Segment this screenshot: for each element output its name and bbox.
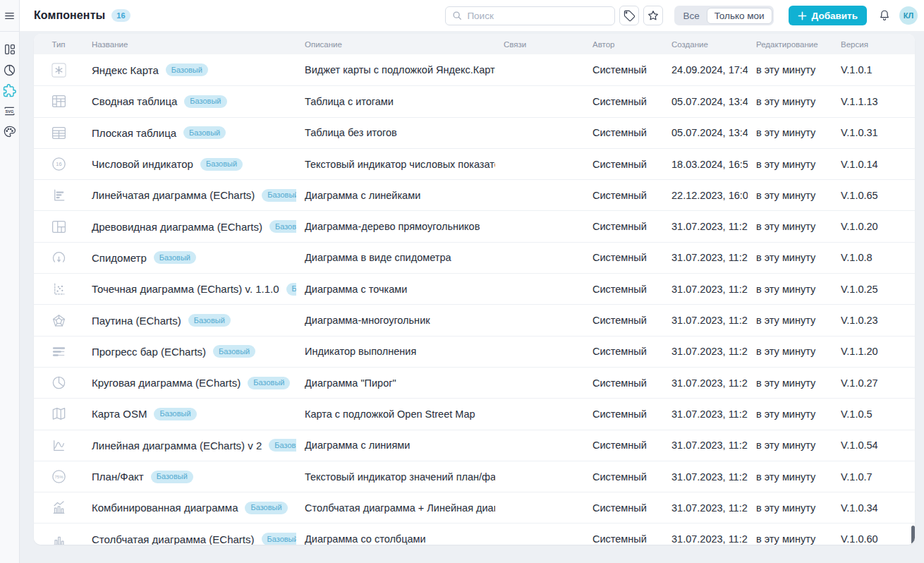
component-version: V.1.0.20 [832, 221, 915, 232]
column-header-links[interactable]: Связи [495, 40, 584, 49]
component-edited: в эту минуту [748, 471, 832, 483]
table-row[interactable]: Прогресс бар (ECharts) Базовый Индикатор… [34, 336, 915, 367]
component-version: V.1.0.60 [832, 533, 915, 545]
component-author: Системный [584, 440, 663, 451]
component-created: 22.12.2023, 16:03 [663, 190, 748, 201]
component-description: Карта с подложкой Open Street Map [296, 408, 495, 420]
component-created: 31.07.2023, 11:27 [663, 221, 748, 232]
component-description: Диаграмма в виде спидометра [296, 252, 495, 263]
base-badge: Базовый [262, 189, 296, 202]
component-edited: в эту минуту [748, 96, 832, 107]
add-button[interactable]: Добавить [789, 6, 867, 25]
ownership-filter: Все Только мои [674, 6, 773, 25]
component-name: Прогресс бар (ECharts) [92, 346, 206, 358]
component-author: Системный [584, 284, 663, 295]
component-version: V.1.0.8 [832, 252, 915, 263]
table-row[interactable]: Круговая диаграмма (ECharts) Базовый Диа… [34, 367, 915, 398]
table-row[interactable]: Спидометр Базовый Диаграмма в виде спидо… [34, 242, 915, 273]
table-header: Тип Название Описание Связи Автор Создан… [34, 34, 915, 54]
svg-text:SVG: SVG [5, 109, 14, 113]
topbar: Компоненты 16 Все Только мои Добавить [20, 0, 924, 32]
component-author: Системный [584, 377, 663, 389]
search-input[interactable] [467, 11, 608, 21]
column-header-name[interactable]: Название [83, 40, 296, 49]
component-description: Таблица без итогов [296, 127, 495, 138]
bell-icon [881, 11, 889, 17]
column-header-desc[interactable]: Описание [296, 40, 495, 49]
component-created: 31.07.2023, 11:27 [663, 533, 748, 545]
component-type-icon [50, 124, 67, 141]
table-row[interactable]: Паутина (ECharts) Базовый Диаграмма-мног… [34, 304, 915, 335]
table-row[interactable]: 16 Числовой индикатор Базовый Текстовый … [34, 148, 915, 179]
table-row[interactable]: Плоская таблица Базовый Таблица без итог… [34, 117, 915, 148]
column-header-edited[interactable]: Редактирование [748, 40, 832, 49]
component-name: Круговая диаграмма (ECharts) [92, 377, 241, 389]
component-created: 31.07.2023, 11:27 [663, 502, 748, 514]
notifications-button[interactable] [878, 9, 891, 22]
vertical-scrollbar[interactable] [911, 526, 915, 545]
column-header-created[interactable]: Создание [663, 40, 748, 49]
tags-filter-button[interactable] [619, 6, 639, 25]
component-description: Диаграмма с точками [296, 284, 495, 295]
component-name: Линейчатая диаграмма (ECharts) [92, 189, 255, 201]
component-edited: в эту минуту [748, 315, 832, 326]
dashboards-icon[interactable] [3, 42, 17, 56]
palette-icon[interactable] [3, 124, 17, 138]
component-description: Диаграмма "Пирог" [296, 377, 495, 389]
component-created: 31.07.2023, 11:27 [663, 252, 748, 263]
component-created: 31.07.2023, 11:27 [663, 471, 748, 483]
filter-mine-option[interactable]: Только мои [707, 8, 772, 24]
table-row[interactable]: Древовидная диаграмма (ECharts) Базовый … [34, 210, 915, 241]
base-badge: Базовый [200, 158, 243, 171]
search-icon [452, 11, 462, 20]
table-row[interactable]: 75% План/Факт Базовый Текстовый индикато… [34, 461, 915, 492]
component-type-icon [50, 249, 67, 266]
svg-text:75%: 75% [54, 475, 63, 479]
component-version: V.1.0.14 [832, 159, 915, 170]
table-row[interactable]: Линейная диаграмма (ECharts) v 2 Базовый… [34, 430, 915, 461]
component-author: Системный [584, 408, 663, 420]
base-badge: Базовый [262, 533, 297, 545]
component-created: 31.07.2023, 11:27 [663, 440, 748, 451]
component-author: Системный [584, 346, 663, 357]
components-puzzle-icon[interactable] [3, 83, 17, 97]
table-row[interactable]: Карта OSM Базовый Карта с подложкой Open… [34, 398, 915, 429]
star-icon [649, 11, 658, 20]
base-badge: Базовый [213, 345, 255, 358]
component-type-icon [50, 531, 67, 545]
component-version: V.1.0.31 [832, 127, 915, 138]
component-author: Системный [584, 471, 663, 483]
column-header-version[interactable]: Версия [832, 40, 915, 49]
components-table: Тип Название Описание Связи Автор Создан… [34, 34, 915, 545]
base-badge: Базовый [188, 314, 231, 327]
table-row[interactable]: Комбинированная диаграмма Базовый Столбч… [34, 492, 915, 523]
table-row[interactable]: Точечная диаграмма (ECharts) v. 1.1.0 Ба… [34, 273, 915, 304]
svg-icon[interactable]: SVG [3, 104, 17, 118]
menu-icon[interactable] [3, 8, 17, 23]
table-row[interactable]: Линейчатая диаграмма (ECharts) Базовый Д… [34, 179, 915, 210]
base-badge: Базовый [154, 408, 196, 420]
component-edited: в эту минуту [748, 190, 832, 201]
search-box[interactable] [445, 6, 615, 25]
component-name: Яндекс Карта [92, 64, 159, 76]
table-row[interactable]: Сводная таблица Базовый Таблица с итогам… [34, 85, 915, 116]
component-edited: в эту минуту [748, 346, 832, 357]
component-edited: в эту минуту [748, 127, 832, 138]
table-row[interactable]: Столбчатая диаграмма (ECharts) Базовый Д… [34, 523, 915, 545]
svg-text:16: 16 [56, 161, 61, 167]
table-row[interactable]: Яндекс Карта Базовый Виджет карты с подл… [34, 54, 915, 85]
component-author: Системный [584, 64, 663, 75]
column-header-author[interactable]: Автор [584, 40, 663, 49]
favorites-filter-button[interactable] [643, 6, 663, 25]
sidebar: SVG [0, 0, 20, 563]
component-edited: в эту минуту [748, 440, 832, 451]
pie-chart-icon[interactable] [3, 63, 17, 77]
component-description: Диаграмма со столбцами [296, 533, 495, 545]
column-header-type[interactable]: Тип [34, 40, 83, 49]
component-type-icon: 16 [50, 156, 67, 173]
component-author: Системный [584, 315, 663, 326]
component-created: 31.07.2023, 11:27 [663, 408, 748, 420]
base-badge: Базовый [166, 63, 208, 76]
avatar[interactable]: КЛ [899, 6, 918, 25]
filter-all-option[interactable]: Все [676, 8, 706, 23]
